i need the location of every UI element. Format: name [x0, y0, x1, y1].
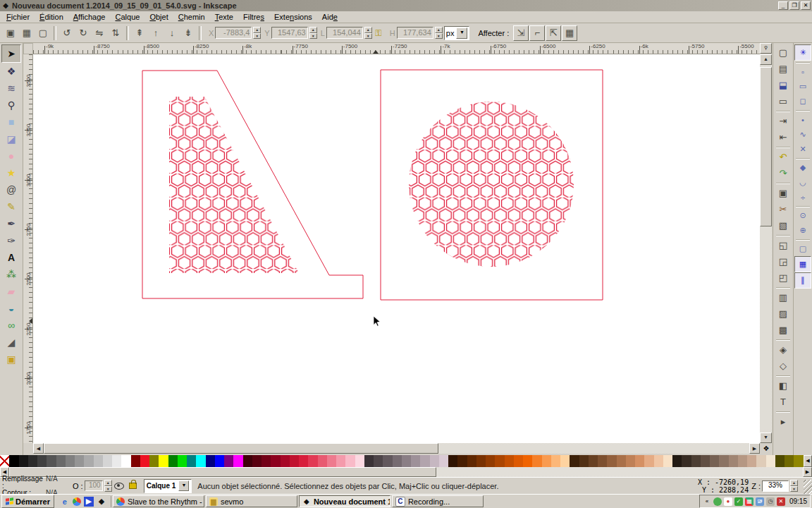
palette-swatch[interactable]: [84, 455, 93, 467]
cut-button[interactable]: ✂: [775, 201, 792, 217]
palette-swatch[interactable]: [178, 455, 187, 467]
fill-stroke-dialog-button[interactable]: ◧: [775, 377, 792, 394]
palette-swatch[interactable]: [112, 455, 121, 467]
internet-explorer-quicklaunch-icon[interactable]: e: [60, 497, 70, 507]
palette-swatch[interactable]: [336, 455, 345, 467]
palette-swatch[interactable]: [663, 455, 672, 467]
zoom-page-button[interactable]: ◰: [775, 270, 792, 286]
vertical-ruler[interactable]: 35003250300027502500225020001750: [23, 54, 33, 443]
new-document-button[interactable]: ▢: [775, 44, 792, 61]
palette-swatch[interactable]: [159, 455, 168, 467]
update-shield-tray-icon[interactable]: ✓: [734, 497, 743, 506]
start-button[interactable]: Démarrer: [1, 495, 54, 508]
palette-swatch[interactable]: [626, 455, 635, 467]
palette-swatch[interactable]: [766, 455, 775, 467]
palette-swatch[interactable]: [719, 455, 728, 467]
title-bar[interactable]: ◆ Nouveau document 1.2014_09_15_09_01_54…: [0, 0, 812, 11]
security-alert-shield-tray-icon[interactable]: ✕: [777, 497, 785, 506]
import-button[interactable]: ⇥: [775, 113, 792, 129]
palette-swatch[interactable]: [187, 455, 196, 467]
ungroup-button[interactable]: ◇: [775, 358, 792, 374]
palette-swatch[interactable]: [654, 455, 663, 467]
menu-objet[interactable]: Objet: [144, 12, 173, 22]
fill-stroke-indicator[interactable]: Remplissage : N/A Contour : N/A: [2, 476, 70, 497]
node-editor-tool[interactable]: ❖: [2, 63, 20, 80]
menu-filtres[interactable]: Filtres: [238, 12, 269, 22]
connector-tool[interactable]: ∞: [2, 317, 20, 334]
palette-scroll-right-arrow[interactable]: ▶: [803, 467, 812, 477]
snap-nodes-toggle[interactable]: •: [795, 112, 811, 127]
snap-smooth-toggle[interactable]: ◡: [795, 175, 811, 190]
palette-swatch[interactable]: [243, 455, 252, 467]
palette-swatch[interactable]: [439, 455, 448, 467]
snap-master-toggle[interactable]: ✳: [794, 44, 811, 61]
y-input[interactable]: 1547,63: [271, 27, 308, 39]
eraser-tool[interactable]: ▰: [2, 283, 20, 300]
dropper-tool[interactable]: ◢: [2, 334, 20, 351]
palette-swatch[interactable]: [775, 455, 785, 467]
vertical-scroll-thumb[interactable]: [760, 67, 772, 226]
palette-scrollbar[interactable]: ◀ ▶: [0, 467, 812, 477]
undo-button[interactable]: ↶: [775, 149, 792, 165]
snap-cusp-toggle[interactable]: ◆: [795, 160, 811, 175]
palette-swatch[interactable]: [644, 455, 653, 467]
diagram-tool[interactable]: ▣: [2, 351, 20, 368]
scroll-down-arrow[interactable]: ▼: [760, 433, 772, 443]
rotate-cw-button[interactable]: ↻: [75, 25, 91, 41]
palette-swatch[interactable]: [103, 455, 112, 467]
snap-path-toggle[interactable]: ∿: [795, 127, 811, 142]
menu-extensions[interactable]: Extensions: [269, 12, 317, 22]
window-resize-grip[interactable]: [804, 480, 812, 494]
spiral-tool[interactable]: @: [2, 181, 20, 198]
print-button[interactable]: ▭: [775, 93, 792, 109]
palette-swatch[interactable]: [523, 455, 532, 467]
palette-swatch[interactable]: [149, 455, 159, 467]
height-spinner[interactable]: ▲▼: [435, 27, 443, 39]
palette-left-arrow[interactable]: ◀: [804, 455, 812, 467]
export-button[interactable]: ⇤: [775, 129, 792, 145]
save-button[interactable]: ⬓: [775, 77, 792, 93]
duplicate-button[interactable]: ▥: [775, 289, 792, 306]
x-spinner[interactable]: ▲▼: [253, 27, 261, 39]
palette-swatch[interactable]: [579, 455, 589, 467]
paste-button[interactable]: ▧: [775, 217, 792, 234]
overflow-button[interactable]: ▸: [775, 413, 792, 430]
opacity-input[interactable]: 100: [85, 480, 103, 491]
palette-swatch[interactable]: [206, 455, 215, 467]
move-corners-toggle[interactable]: ⌐: [529, 25, 545, 41]
agent-red-tray-icon[interactable]: ●: [724, 497, 732, 506]
power-meter-tray-icon[interactable]: ◷: [766, 497, 775, 506]
snap-grid-toggle[interactable]: ▦: [794, 256, 811, 272]
palette-swatch[interactable]: [570, 455, 579, 467]
canvas[interactable]: [33, 54, 760, 443]
palette-swatch[interactable]: [94, 455, 103, 467]
move-stroke-toggle[interactable]: ⇲: [513, 25, 529, 41]
palette-swatch[interactable]: [672, 455, 682, 467]
task-camstudio[interactable]: CRecording...: [392, 495, 484, 507]
palette-swatch[interactable]: [224, 455, 233, 467]
scroll-left-arrow[interactable]: ◀: [33, 443, 44, 454]
palette-swatch[interactable]: [701, 455, 710, 467]
palette-swatch[interactable]: [514, 455, 523, 467]
antivirus-green-tray-icon[interactable]: [713, 497, 722, 506]
menu-calque[interactable]: Calque: [110, 12, 144, 22]
color-management-toggle[interactable]: ❖: [761, 443, 772, 454]
copy-button[interactable]: ▣: [775, 185, 792, 201]
zoom-input[interactable]: 33%: [762, 480, 789, 492]
opacity-spinner[interactable]: ▲▼: [104, 480, 112, 492]
palette-swatch[interactable]: [308, 455, 317, 467]
menu-fichier[interactable]: Fichier: [1, 12, 35, 22]
calligraphy-tool[interactable]: ✑: [2, 232, 20, 249]
selector-tool[interactable]: ➤: [1, 44, 21, 63]
palette-swatch[interactable]: [682, 455, 691, 467]
minimize-button[interactable]: _: [778, 1, 788, 10]
palette-swatch[interactable]: [75, 455, 84, 467]
unlink-clone-button[interactable]: ▩: [775, 322, 792, 338]
menu-affichage[interactable]: Affichage: [68, 12, 111, 22]
lower-button[interactable]: ↓: [164, 25, 180, 41]
palette-swatch[interactable]: [364, 455, 374, 467]
palette-swatch[interactable]: [430, 455, 439, 467]
menu-aide[interactable]: Aide: [317, 12, 343, 22]
menu-texte[interactable]: Texte: [210, 12, 238, 22]
chrome-quicklaunch-icon[interactable]: [73, 497, 81, 506]
